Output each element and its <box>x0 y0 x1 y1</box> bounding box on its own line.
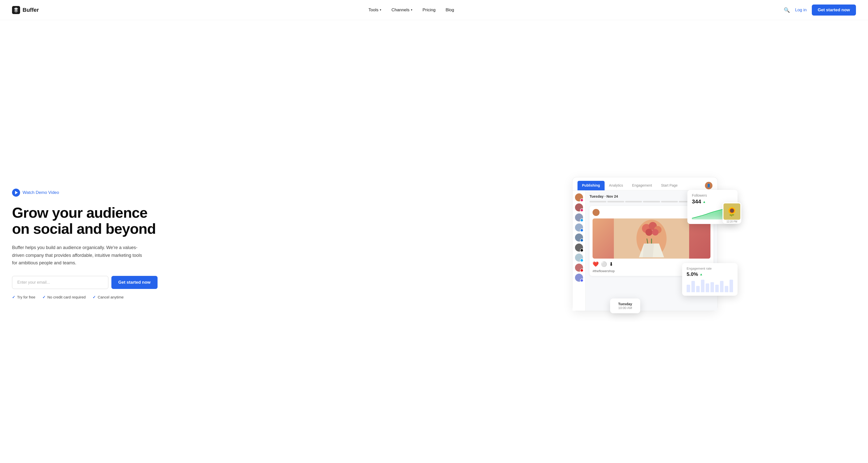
social-account-twitter[interactable] <box>575 213 583 221</box>
engagement-card: Engagement rate 5.0% ▲ <box>682 263 738 296</box>
user-avatar: 👤 <box>705 182 712 189</box>
nav-tools[interactable]: Tools ▾ <box>369 7 381 12</box>
bar-segment <box>687 285 690 292</box>
engagement-label: Engagement rate <box>687 267 733 270</box>
hero-section: Watch Demo Video Grow your audience on s… <box>0 20 868 463</box>
perk-cancel: ✓ Cancel anytime <box>93 295 123 300</box>
sunflower-time-badge: 12:20 PM <box>723 220 740 223</box>
day-bar <box>625 201 642 203</box>
hero-title: Grow your audience on social and beyond <box>12 205 158 237</box>
post-image <box>593 218 710 258</box>
social-account-discord[interactable] <box>575 274 583 282</box>
social-account-buffer[interactable] <box>575 253 583 261</box>
hero-perks: ✓ Try for free ✓ No credit card required… <box>12 295 158 300</box>
sunflower-card: 🌻 12:20 PM <box>722 203 741 224</box>
search-button[interactable]: 🔍 <box>784 7 790 13</box>
sunflower-image: 🌻 <box>723 204 740 220</box>
bar-segment <box>715 285 719 292</box>
bar-segment <box>710 282 714 292</box>
engagement-bars-chart <box>687 280 733 292</box>
bar-segment <box>701 280 705 292</box>
nav-actions: 🔍 Log in Get started now <box>784 4 856 16</box>
bar-segment <box>725 286 728 292</box>
bar-segment <box>691 281 695 292</box>
post-avatar <box>593 209 599 216</box>
engagement-trend-icon: ▲ <box>700 272 703 276</box>
chevron-down-icon: ▾ <box>411 8 412 11</box>
arrow-icon: ⬇ <box>609 261 613 267</box>
schedule-day: Tuesday <box>615 302 636 306</box>
trend-up-icon: ▲ <box>703 200 706 204</box>
hero-signup-form: Get started now <box>12 276 158 289</box>
perk-free: ✓ Try for free <box>12 295 35 300</box>
social-account-facebook[interactable] <box>575 223 583 232</box>
buffer-logo-icon <box>12 6 20 14</box>
tab-publishing[interactable]: Publishing <box>578 181 604 190</box>
bar-segment <box>696 286 700 292</box>
logo-text: Buffer <box>23 7 39 13</box>
check-icon: ✓ <box>93 295 96 300</box>
social-account-linkedin[interactable] <box>575 234 583 242</box>
social-account-youtube[interactable] <box>575 264 583 272</box>
svg-point-7 <box>652 229 658 236</box>
heart-icon: ❤️ <box>593 261 599 267</box>
dashboard-mockup: Publishing Analytics Engagement Start Pa… <box>572 177 718 311</box>
email-input[interactable] <box>12 276 108 289</box>
demo-video-link[interactable]: Watch Demo Video <box>12 189 158 197</box>
svg-marker-11 <box>643 244 654 257</box>
social-account-instagram[interactable] <box>575 204 583 211</box>
dashboard-sidebar <box>572 190 586 311</box>
nav-blog[interactable]: Blog <box>445 7 454 12</box>
hero-get-started-button[interactable]: Get started now <box>112 276 158 289</box>
social-account-tiktok[interactable] <box>575 244 583 252</box>
bar-segment <box>730 280 733 292</box>
logo-link[interactable]: Buffer <box>12 6 39 14</box>
nav-get-started-button[interactable]: Get started now <box>812 4 856 16</box>
hero-right: Publishing Analytics Engagement Start Pa… <box>434 177 856 311</box>
engagement-value: 5.0% ▲ <box>687 271 733 277</box>
tab-engagement[interactable]: Engagement <box>628 181 656 190</box>
navbar: Buffer Tools ▾ Channels ▾ Pricing Blog 🔍… <box>0 0 868 20</box>
day-bar <box>590 201 606 203</box>
day-bar <box>607 201 624 203</box>
social-account-pinterest[interactable] <box>575 193 583 202</box>
bar-segment <box>720 281 723 292</box>
nav-pricing[interactable]: Pricing <box>423 7 435 12</box>
schedule-time: 10:00 AM <box>615 306 636 310</box>
nav-links: Tools ▾ Channels ▾ Pricing Blog <box>369 7 454 12</box>
tab-analytics[interactable]: Analytics <box>604 181 628 190</box>
play-icon <box>12 189 20 197</box>
perk-no-card: ✓ No credit card required <box>42 295 86 300</box>
chevron-down-icon: ▾ <box>380 8 381 11</box>
bar-segment <box>706 283 709 292</box>
day-bar <box>661 201 678 203</box>
nav-channels[interactable]: Channels ▾ <box>391 7 412 12</box>
login-link[interactable]: Log in <box>795 7 807 12</box>
followers-label: Followers <box>692 193 733 197</box>
schedule-card: Tuesday 10:00 AM <box>610 299 640 313</box>
svg-point-6 <box>646 229 652 236</box>
tab-start-page[interactable]: Start Page <box>656 181 682 190</box>
check-icon: ✓ <box>42 295 46 300</box>
circle-icon: ⚪ <box>601 261 607 267</box>
check-icon: ✓ <box>12 295 15 300</box>
hero-description: Buffer helps you build an audience organ… <box>12 244 143 267</box>
dashboard-tabs: Publishing Analytics Engagement Start Pa… <box>572 177 717 190</box>
day-bar <box>643 201 660 203</box>
hero-left: Watch Demo Video Grow your audience on s… <box>12 189 158 299</box>
